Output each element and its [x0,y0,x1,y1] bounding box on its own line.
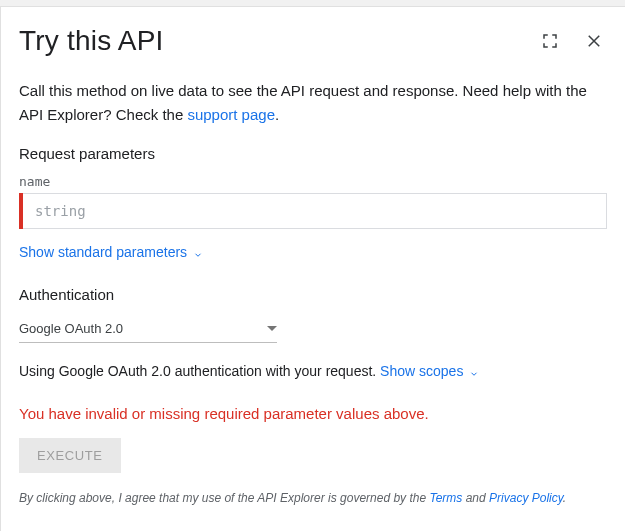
header-row: Try this API [19,25,607,57]
param-name-label: name [19,174,607,189]
support-page-link[interactable]: support page [187,106,275,123]
show-standard-parameters-link[interactable]: Show standard parameters [19,244,203,260]
auth-select-value: Google OAuth 2.0 [19,321,267,336]
auth-method-select[interactable]: Google OAuth 2.0 [19,315,277,343]
request-params-heading: Request parameters [19,145,607,162]
validation-error-message: You have invalid or missing required par… [19,405,607,422]
privacy-policy-link[interactable]: Privacy Policy [489,491,563,505]
param-name-input[interactable] [23,193,607,229]
show-std-params-label: Show standard parameters [19,244,187,260]
authentication-heading: Authentication [19,286,607,303]
auth-description: Using Google OAuth 2.0 authentication wi… [19,363,607,379]
desc-before: Call this method on live data to see the… [19,82,587,123]
top-border [0,0,625,7]
execute-button[interactable]: EXECUTE [19,438,121,473]
fullscreen-icon[interactable] [537,28,563,54]
desc-after: . [275,106,279,123]
footer-disclaimer: By clicking above, I agree that my use o… [19,491,607,505]
chevron-down-icon [469,366,479,376]
description-text: Call this method on live data to see the… [19,79,607,127]
param-name-input-wrap [19,193,607,229]
page-title: Try this API [19,25,519,57]
show-scopes-link[interactable]: Show scopes [380,363,479,379]
footer-prefix: By clicking above, I agree that my use o… [19,491,429,505]
close-icon[interactable] [581,28,607,54]
footer-suffix: . [563,491,566,505]
footer-and: and [462,491,489,505]
auth-desc-text: Using Google OAuth 2.0 authentication wi… [19,363,380,379]
api-explorer-panel: Try this API Call this method on live da… [0,7,625,531]
chevron-down-icon [193,247,203,257]
show-scopes-label: Show scopes [380,363,463,379]
terms-link[interactable]: Terms [429,491,462,505]
dropdown-triangle-icon [267,326,277,331]
